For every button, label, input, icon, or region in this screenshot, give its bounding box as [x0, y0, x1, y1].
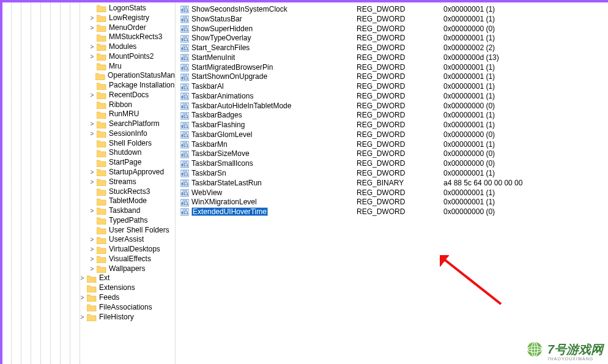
- tree-item[interactable]: User Shell Folders: [2, 226, 175, 236]
- tree-item[interactable]: >Feeds: [2, 293, 175, 303]
- tree-item-label: UserAssist: [109, 235, 144, 245]
- expand-chevron-icon[interactable]: >: [79, 273, 86, 283]
- expand-chevron-icon[interactable]: >: [89, 129, 95, 139]
- value-row[interactable]: TaskbarFlashingREG_DWORD0x00000001 (1): [176, 121, 608, 130]
- value-type: REG_DWORD: [357, 159, 443, 169]
- value-row[interactable]: ShowTypeOverlayREG_DWORD0x00000001 (1): [176, 34, 608, 43]
- tree-item[interactable]: FileAssociations: [2, 303, 175, 313]
- value-row[interactable]: ShowSecondsInSystemClockREG_DWORD0x00000…: [176, 5, 608, 15]
- expand-chevron-icon[interactable]: >: [89, 119, 95, 129]
- tree-item[interactable]: Ribbon: [2, 100, 175, 110]
- tree-item[interactable]: >RecentDocs: [2, 91, 175, 100]
- tree-item[interactable]: Shutdown: [2, 148, 175, 158]
- tree-item[interactable]: >MountPoints2: [2, 52, 175, 62]
- expand-chevron-icon[interactable]: >: [89, 52, 95, 62]
- tree-item[interactable]: StartPage: [2, 158, 175, 168]
- tree-item-label: MMStuckRects3: [109, 32, 162, 42]
- dword-icon: [176, 150, 191, 158]
- tree-item-label: Taskband: [109, 206, 140, 216]
- expand-chevron-icon[interactable]: >: [89, 206, 95, 216]
- expand-chevron-icon[interactable]: >: [89, 254, 95, 264]
- value-row[interactable]: WebViewREG_DWORD0x00000001 (1): [176, 188, 608, 198]
- value-row[interactable]: TaskbarStateLastRunREG_BINARYa4 88 5c 64…: [176, 179, 608, 188]
- value-type: REG_DWORD: [357, 72, 443, 82]
- tree-item[interactable]: >VirtualDesktops: [2, 245, 175, 254]
- value-name: TaskbarSn: [191, 169, 357, 179]
- value-type: REG_BINARY: [357, 179, 443, 188]
- tree-item[interactable]: >MenuOrder: [2, 23, 175, 33]
- tree-item[interactable]: >LowRegistry: [2, 13, 175, 23]
- value-name: TaskbarMn: [191, 140, 357, 150]
- value-row[interactable]: StartMenuInitREG_DWORD0x0000000d (13): [176, 53, 608, 63]
- tree-item[interactable]: RunMRU: [2, 110, 175, 119]
- tree-item[interactable]: Extensions: [2, 283, 175, 293]
- expand-chevron-icon[interactable]: >: [89, 42, 95, 52]
- expand-chevron-icon[interactable]: >: [89, 168, 95, 177]
- tree-item[interactable]: >FileHistory: [2, 313, 175, 322]
- tree-item[interactable]: TypedPaths: [2, 216, 175, 226]
- tree-item[interactable]: >Streams: [2, 177, 175, 187]
- value-row[interactable]: StartShownOnUpgradeREG_DWORD0x00000001 (…: [176, 72, 608, 82]
- tree-item[interactable]: MMStuckRects3: [2, 32, 175, 42]
- folder-icon: [97, 4, 106, 12]
- dword-icon: [176, 189, 191, 197]
- expand-chevron-icon[interactable]: >: [89, 23, 95, 33]
- tree-item[interactable]: >Wallpapers: [2, 264, 175, 274]
- value-type: REG_DWORD: [357, 111, 443, 121]
- tree-item[interactable]: >UserAssist: [2, 235, 175, 245]
- tree-item[interactable]: OperationStatusMan: [2, 71, 175, 81]
- value-name: TaskbarFlashing: [191, 121, 357, 130]
- tree-item[interactable]: LogonStats: [2, 4, 175, 13]
- value-type: REG_DWORD: [357, 102, 443, 111]
- value-row[interactable]: TaskbarSnREG_DWORD0x00000001 (1): [176, 169, 608, 179]
- value-data: 0x00000001 (1): [443, 121, 608, 130]
- tree-item[interactable]: TabletMode: [2, 196, 175, 206]
- expand-chevron-icon[interactable]: >: [79, 313, 86, 322]
- value-row[interactable]: TaskbarGlomLevelREG_DWORD0x00000000 (0): [176, 130, 608, 140]
- expand-chevron-icon[interactable]: >: [89, 264, 95, 274]
- expand-chevron-icon[interactable]: >: [79, 293, 86, 303]
- tree-item[interactable]: Package Installation: [2, 81, 175, 91]
- tree-item[interactable]: >SessionInfo: [2, 129, 175, 139]
- value-row[interactable]: StartMigratedBrowserPinREG_DWORD0x000000…: [176, 63, 608, 73]
- tree-item[interactable]: >Ext: [2, 273, 175, 283]
- tree-item[interactable]: StuckRects3: [2, 187, 175, 197]
- folder-icon: [97, 226, 106, 234]
- tree-item-label: Shell Folders: [109, 139, 152, 149]
- value-row[interactable]: ShowStatusBarREG_DWORD0x00000001 (1): [176, 15, 608, 24]
- value-type: REG_DWORD: [357, 188, 443, 198]
- value-name: StartMenuInit: [191, 53, 357, 63]
- value-row[interactable]: TaskbarBadgesREG_DWORD0x00000001 (1): [176, 111, 608, 121]
- tree-item[interactable]: >Modules: [2, 42, 175, 52]
- values-pane[interactable]: ShowSecondsInSystemClockREG_DWORD0x00000…: [176, 2, 608, 364]
- expand-chevron-icon[interactable]: >: [89, 177, 95, 187]
- value-row[interactable]: TaskbarAlREG_DWORD0x00000001 (1): [176, 82, 608, 92]
- tree-item[interactable]: >StartupApproved: [2, 168, 175, 177]
- expand-chevron-icon[interactable]: >: [89, 91, 95, 100]
- value-type: REG_DWORD: [357, 198, 443, 207]
- tree-item-label: RecentDocs: [109, 91, 149, 100]
- tree-item[interactable]: >Taskband: [2, 206, 175, 216]
- expand-chevron-icon[interactable]: >: [89, 245, 95, 254]
- value-row[interactable]: TaskbarAutoHideInTabletModeREG_DWORD0x00…: [176, 102, 608, 111]
- expand-chevron-icon[interactable]: >: [89, 235, 95, 245]
- value-row[interactable]: TaskbarSmallIconsREG_DWORD0x00000000 (0): [176, 159, 608, 169]
- registry-editor-window: LogonStats>LowRegistry>MenuOrderMMStuckR…: [2, 2, 608, 364]
- value-row[interactable]: Start_SearchFilesREG_DWORD0x00000002 (2): [176, 43, 608, 53]
- tree-item-label: LogonStats: [109, 4, 146, 13]
- tree-item[interactable]: >VisualEffects: [2, 254, 175, 264]
- value-row[interactable]: TaskbarSizeMoveREG_DWORD0x00000000 (0): [176, 149, 608, 159]
- tree-item[interactable]: >SearchPlatform: [2, 119, 175, 129]
- value-row[interactable]: ShowSuperHiddenREG_DWORD0x00000000 (0): [176, 24, 608, 34]
- expand-chevron-icon[interactable]: >: [89, 13, 95, 23]
- tree-item[interactable]: Mru: [2, 62, 175, 72]
- tree-item[interactable]: Shell Folders: [2, 139, 175, 149]
- value-row[interactable]: ExtendedUIHoverTimeREG_DWORD0x00000000 (…: [176, 207, 608, 217]
- tree-pane[interactable]: LogonStats>LowRegistry>MenuOrderMMStuckR…: [2, 2, 176, 364]
- tree-item-label: Mru: [109, 62, 122, 72]
- value-type: REG_DWORD: [357, 82, 443, 92]
- value-type: REG_DWORD: [357, 43, 443, 53]
- value-row[interactable]: TaskbarAnimationsREG_DWORD0x00000001 (1): [176, 92, 608, 102]
- value-row[interactable]: WinXMigrationLevelREG_DWORD0x00000001 (1…: [176, 198, 608, 207]
- value-row[interactable]: TaskbarMnREG_DWORD0x00000001 (1): [176, 140, 608, 150]
